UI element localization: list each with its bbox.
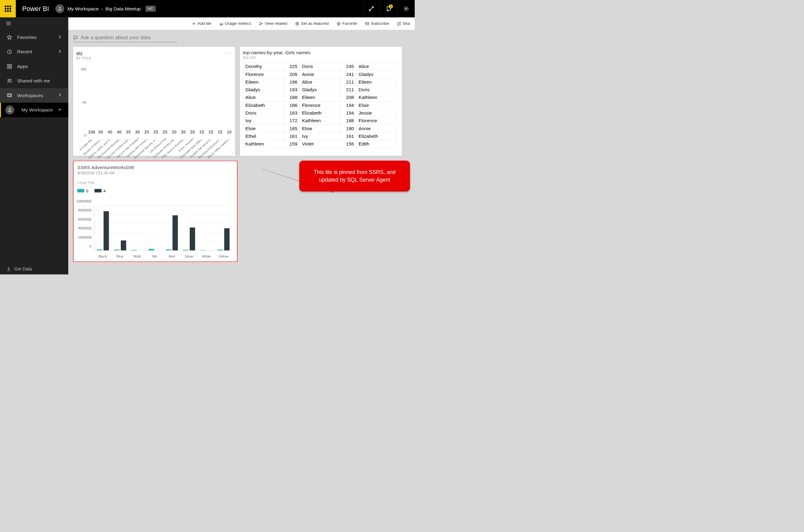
qty-bar[interactable]: 108 [87, 130, 96, 135]
legend-label-0: 0 [86, 189, 88, 193]
set-featured-button[interactable]: Set as featured [295, 21, 329, 26]
table-row: Alice188Eileen208Kathleen [243, 94, 397, 101]
top-bar: Power BI My Workspace › Big Data Meetup … [0, 0, 415, 17]
subscribe-label: Subscribe [371, 21, 389, 26]
breadcrumb-workspace[interactable]: My Workspace [68, 6, 99, 12]
qty-bar[interactable]: 10 [225, 130, 233, 135]
ssrs-y-axis: 0200000040000006000000800000010000000 [77, 206, 93, 251]
add-tile-label: Add tile [197, 21, 211, 26]
chevron-right-icon [58, 35, 62, 40]
svg-point-16 [296, 23, 298, 24]
svg-point-12 [260, 22, 260, 23]
table-row: Ethel161Ivy161Elizabeth [243, 132, 397, 140]
add-tile-button[interactable]: Add tile [192, 21, 211, 26]
ssrs-bar-group[interactable] [129, 206, 146, 250]
svg-point-8 [10, 79, 11, 80]
sidebar-item-favorites[interactable]: Favorites [0, 30, 68, 44]
qty-bar[interactable]: 15 [206, 130, 215, 135]
qty-bar[interactable]: 40 [106, 130, 114, 135]
qty-y-axis: 050100 [81, 63, 87, 135]
tile-menu-button[interactable]: ··· [226, 51, 232, 56]
callout-text-2: updated by SQL Server Agent [306, 176, 404, 184]
table-row: Elsie165Elsie180Annie [243, 125, 397, 132]
chevron-right-icon [58, 93, 62, 98]
qty-bar[interactable]: 20 [188, 130, 197, 135]
sidebar-item-label: My Workspace [21, 107, 53, 113]
qty-bar[interactable]: 20 [179, 130, 188, 135]
qty-bar[interactable]: 15 [197, 130, 206, 135]
tile-top-names[interactable]: top-names-by-year, Girls names 011:U21 D… [240, 47, 402, 156]
ssrs-bar-group[interactable] [198, 206, 215, 250]
ssrs-x-axis: BlackBlueMultiNARedSilverWhiteYellow [94, 254, 232, 258]
app-launcher-button[interactable] [0, 0, 16, 17]
share-button[interactable]: Sha [397, 21, 410, 26]
qna-input-box[interactable] [73, 35, 177, 42]
qty-bar[interactable]: 35 [124, 130, 132, 135]
chevron-right-icon: › [101, 6, 103, 12]
ssrs-bar-group[interactable] [146, 206, 163, 250]
related-label: View related [265, 21, 288, 26]
qty-bar[interactable]: 25 [161, 130, 169, 135]
notifications-button[interactable]: 1 [380, 0, 397, 17]
resize-handle[interactable] [231, 151, 234, 155]
ssrs-chart [94, 206, 232, 251]
sidebar-item-apps[interactable]: Apps [0, 59, 68, 74]
shared-icon [6, 78, 13, 83]
sidebar-item-workspaces[interactable]: Workspaces [0, 88, 68, 102]
callout-text-1: This tile is pinned from SSRS, and [306, 168, 404, 176]
fullscreen-button[interactable] [363, 0, 380, 17]
legend-swatch-0 [77, 189, 84, 192]
breadcrumb: My Workspace › Big Data Meetup [68, 6, 141, 12]
hamburger-button[interactable] [6, 20, 12, 27]
legend-swatch-1 [95, 189, 102, 192]
qty-bar[interactable]: 15 [216, 130, 224, 135]
favorite-label: Favorite [342, 21, 357, 26]
ssrs-bar-group[interactable] [94, 206, 111, 250]
sidebar: Favorites Recent Apps Shared with me Wor… [0, 17, 68, 274]
share-label: Sha [403, 21, 410, 26]
qty-bar[interactable]: 30 [133, 130, 142, 135]
legend-label-1: 4 [104, 189, 106, 193]
dashboard-badge: HC [145, 6, 156, 12]
favorite-button[interactable]: Favorite [336, 21, 357, 26]
ssrs-bar-group[interactable] [215, 206, 232, 250]
sidebar-item-recent[interactable]: Recent [0, 44, 68, 59]
ssrs-bar-group[interactable] [112, 206, 129, 250]
sidebar-item-shared[interactable]: Shared with me [0, 74, 68, 88]
qty-bar[interactable]: 40 [115, 130, 123, 135]
svg-rect-17 [366, 22, 369, 25]
table-row: Elizabeth186Florence194Elsie [243, 101, 397, 109]
app-title: Power BI [22, 5, 49, 13]
get-data-label: Get Data [14, 266, 32, 272]
qty-bar[interactable]: 50 [96, 130, 105, 135]
ssrs-bar-group[interactable] [163, 206, 181, 250]
qty-bar[interactable]: 25 [151, 130, 160, 135]
svg-rect-3 [7, 64, 9, 66]
breadcrumb-dashboard[interactable]: Big Data Meetup [106, 6, 141, 12]
svg-point-0 [59, 7, 61, 8]
subscribe-button[interactable]: Subscribe [365, 21, 389, 26]
table-row: Dorothy225Doris245Alice [243, 63, 397, 71]
qty-x-axis: Is Anger the...Secrets of Silicon ...Oni… [87, 135, 234, 156]
qty-bar[interactable]: 20 [170, 130, 178, 135]
tile-ssrs[interactable]: SSRS AdventureWorksDW 4/26/2018 1:51:39 … [73, 161, 237, 262]
table-row: Kathleen159Violet156Edith [243, 140, 397, 148]
get-data-button[interactable]: Get Data [0, 263, 68, 274]
view-related-button[interactable]: View related [259, 21, 287, 26]
user-avatar-icon [5, 106, 14, 115]
table-row: Florence205Annie241Gladys [243, 71, 397, 78]
usage-label: Usage metrics [225, 21, 251, 26]
chart-title: Chart Title [77, 181, 233, 185]
usage-metrics-button[interactable]: Usage metrics [219, 21, 251, 26]
names-table: Dorothy225Doris245AliceFlorence205Annie2… [243, 62, 400, 148]
tile-subtitle: BY TITLE [76, 57, 232, 60]
settings-button[interactable] [397, 0, 415, 17]
ssrs-bar-group[interactable] [181, 206, 198, 250]
legend: 0 4 [77, 189, 233, 193]
tile-qty[interactable]: qty BY TITLE ··· 050100 1085040403530252… [73, 47, 235, 156]
download-icon [6, 266, 11, 271]
qna-input[interactable] [80, 35, 178, 40]
qty-bar[interactable]: 25 [142, 130, 151, 135]
sidebar-item-my-workspace[interactable]: My Workspace [0, 102, 68, 117]
user-avatar-icon[interactable] [55, 4, 65, 13]
